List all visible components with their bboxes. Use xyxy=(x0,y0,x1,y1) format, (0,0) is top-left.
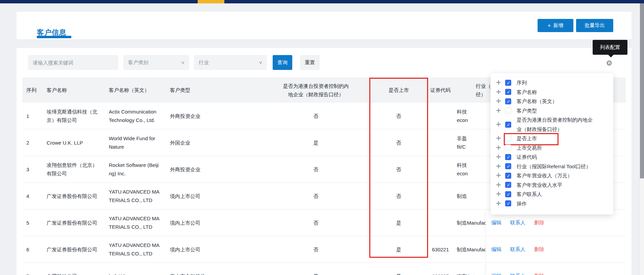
config-item-label: 是否上市 xyxy=(517,134,537,143)
config-item: 上市交易所 xyxy=(496,143,609,153)
column-header: 序列 xyxy=(22,86,41,94)
checkbox-checked[interactable] xyxy=(505,191,511,197)
query-button[interactable]: 查询 xyxy=(273,55,292,70)
drag-handle-icon[interactable] xyxy=(496,90,501,95)
delete-link[interactable]: 删除 xyxy=(534,220,544,226)
page-header-card: 客户信息 + 新增 批量导出 xyxy=(17,12,631,39)
column-header: 证券代码 xyxy=(428,86,453,94)
checkbox-unchecked[interactable] xyxy=(505,107,511,114)
contacts-link[interactable]: 联系人 xyxy=(510,273,525,275)
batch-export-button[interactable]: 批量导出 xyxy=(576,19,613,32)
drag-handle-icon[interactable] xyxy=(496,122,501,127)
delete-link[interactable]: 删除 xyxy=(534,273,544,275)
active-nav-indicator xyxy=(198,0,224,3)
checkbox-checked[interactable] xyxy=(505,122,511,128)
cell-seq: 3 xyxy=(22,165,41,174)
cell-hmt: 否 xyxy=(263,112,369,120)
drag-handle-icon[interactable] xyxy=(496,201,501,206)
cell-seq: 4 xyxy=(22,192,41,200)
cell-listed: 是 xyxy=(369,219,428,227)
checkbox-checked[interactable] xyxy=(505,80,511,86)
cell-name: 广发证券股份有限公司 xyxy=(41,245,103,254)
delete-link[interactable]: 删除 xyxy=(534,246,544,253)
cell-hmt: 否 xyxy=(263,245,369,254)
checkbox-checked[interactable] xyxy=(505,182,511,188)
cell-name: 埃缔克斯通信科技（北 京）有限公司 xyxy=(41,107,103,124)
customer-type-select[interactable]: 客户类别 ∨ xyxy=(123,55,189,70)
cell-name_en: YATU ADVANCED MA TERIALS CO., LTD xyxy=(103,188,165,204)
add-button-label: 新增 xyxy=(553,22,563,29)
checkbox-checked[interactable] xyxy=(505,98,511,104)
reset-button[interactable]: 重置 xyxy=(300,55,320,70)
cell-type: 境内上市公司 xyxy=(165,219,263,227)
cell-hmt: 否 xyxy=(263,165,369,174)
cell-name: 广发证券股份有限公司 xyxy=(41,192,103,200)
column-header: 客户名称 xyxy=(41,86,103,94)
config-item: 证券代码 xyxy=(496,152,609,162)
config-item-label: 序列 xyxy=(517,78,527,88)
drag-handle-icon[interactable] xyxy=(496,99,501,104)
cell-code: 630221 xyxy=(428,245,453,254)
cell-name: 广发证券股份有限公司 xyxy=(41,219,103,227)
page-scrollbar[interactable] xyxy=(639,3,644,275)
checkbox-checked[interactable] xyxy=(505,173,511,179)
drag-handle-icon[interactable] xyxy=(496,173,501,178)
cell-hmt: 否 xyxy=(263,219,369,227)
cell-type: 境内上市公司 xyxy=(165,245,263,254)
column-header: 是否上市 xyxy=(369,86,428,94)
add-button[interactable]: + 新增 xyxy=(538,19,573,32)
cell-seq: 6 xyxy=(22,245,41,254)
config-item: 操作 xyxy=(496,199,609,208)
title-underline xyxy=(37,36,71,38)
drag-handle-icon[interactable] xyxy=(496,80,501,85)
config-item: 是否为港澳台投资者控制的内地企 业（财政报备口径） xyxy=(496,115,609,134)
checkbox-unchecked[interactable] xyxy=(505,135,511,142)
edit-link[interactable]: 编辑 xyxy=(491,246,501,253)
checkbox-checked[interactable] xyxy=(505,200,511,206)
cell-listed: 是 xyxy=(369,272,428,275)
edit-link[interactable]: 编辑 xyxy=(491,273,501,275)
cell-type: 外商投资企业 xyxy=(165,112,263,120)
checkbox-checked[interactable] xyxy=(505,89,511,95)
cell-name_en: hefei12 xyxy=(103,272,165,275)
cell-seq: 5 xyxy=(22,219,41,227)
cell-hmt: 是 xyxy=(263,272,369,275)
scrollbar-thumb[interactable] xyxy=(640,3,644,178)
cell-type: 境内上市公司 xyxy=(165,192,263,200)
tooltip-label: 列表配置 xyxy=(600,44,620,51)
drag-handle-icon[interactable] xyxy=(496,108,501,113)
config-item: 客户年营业收入水平 xyxy=(496,180,609,190)
settings-gear-icon[interactable]: ⚙ xyxy=(605,59,613,67)
drag-handle-icon[interactable] xyxy=(496,136,501,141)
cell-type: 非上市金融机构 xyxy=(165,272,263,275)
contacts-link[interactable]: 联系人 xyxy=(510,246,525,253)
config-item: 客户联系人 xyxy=(496,190,609,199)
cell-name_en: YATU ADVANCED MA TERIALS CO., LTD xyxy=(103,214,165,231)
search-input[interactable] xyxy=(28,55,118,70)
contacts-link[interactable]: 联系人 xyxy=(510,220,525,226)
plus-icon: + xyxy=(548,23,551,28)
cell-hmt: 是 xyxy=(263,139,369,147)
config-item-label: 上市交易所 xyxy=(517,143,542,153)
cell-listed: 否 xyxy=(369,192,428,200)
checkbox-checked[interactable] xyxy=(505,154,511,160)
drag-handle-icon[interactable] xyxy=(496,164,501,169)
cell-type: 外商投资企业 xyxy=(165,165,263,174)
checkbox-checked[interactable] xyxy=(505,163,511,169)
column-header: 客户名称（英文） xyxy=(103,86,165,94)
drag-handle-icon[interactable] xyxy=(496,145,501,150)
industry-select[interactable]: 行业 ∨ xyxy=(194,55,267,70)
drag-handle-icon[interactable] xyxy=(496,192,501,197)
edit-link[interactable]: 编辑 xyxy=(491,220,501,226)
chevron-down-icon: ∨ xyxy=(181,60,185,65)
drag-handle-icon[interactable] xyxy=(496,154,501,159)
cell-listed: 否 xyxy=(369,165,428,174)
config-item: 行业（报国际Referral Tool口径） xyxy=(496,162,609,171)
config-item: 序列 xyxy=(496,78,609,88)
drag-handle-icon[interactable] xyxy=(496,182,501,188)
column-header: 客户类型 xyxy=(165,86,263,94)
config-item-label: 行业（报国际Referral Tool口径） xyxy=(517,162,591,171)
config-item-label: 客户联系人 xyxy=(517,190,542,199)
chevron-down-icon: ∨ xyxy=(258,60,263,65)
checkbox-unchecked[interactable] xyxy=(505,145,511,151)
